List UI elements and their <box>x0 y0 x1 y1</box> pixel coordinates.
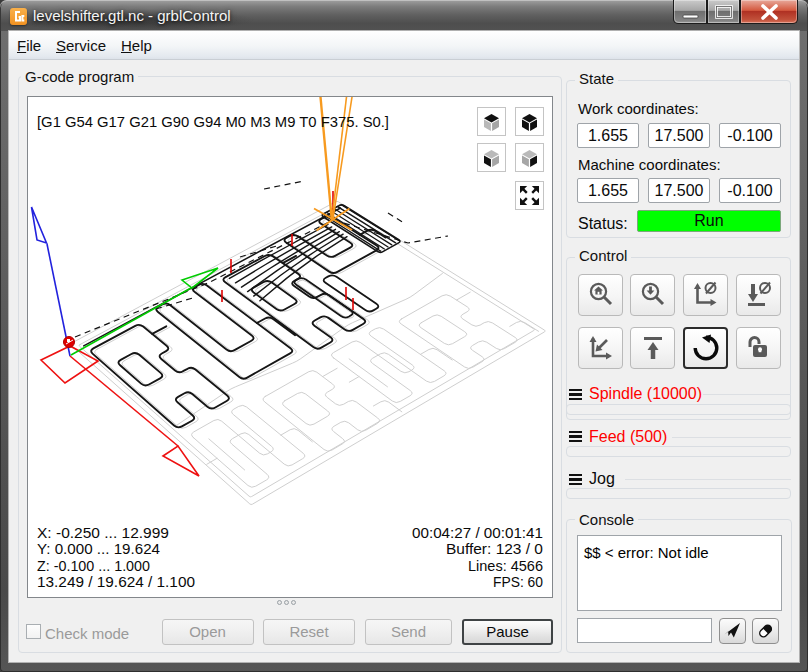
svg-text:[G1 G54 G17 G21 G90 G94 M0 M3: [G1 G54 G17 G21 G90 G94 M0 M3 M9 T0 F375… <box>37 113 389 130</box>
svg-text:13.249 / 19.624 / 1.100: 13.249 / 19.624 / 1.100 <box>37 573 195 590</box>
svg-text:Lines: 4566: Lines: 4566 <box>468 557 543 574</box>
svg-text:00:04:27 / 00:01:41: 00:04:27 / 00:01:41 <box>412 524 543 541</box>
svg-text:Buffer: 123 / 0: Buffer: 123 / 0 <box>446 540 543 557</box>
svg-text:Z: -0.100 ... 1.000: Z: -0.100 ... 1.000 <box>37 557 150 574</box>
svg-text:Y: 0.000 ... 19.624: Y: 0.000 ... 19.624 <box>37 540 160 557</box>
svg-text:X: -0.250 ... 12.999: X: -0.250 ... 12.999 <box>37 524 169 541</box>
svg-text:FPS: 60: FPS: 60 <box>493 573 543 590</box>
